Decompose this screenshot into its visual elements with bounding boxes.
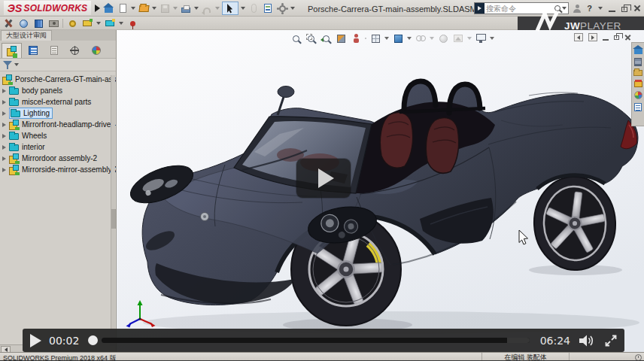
expand-arrow-icon[interactable]: [2, 156, 6, 161]
gear-icon: [279, 5, 286, 12]
custom-properties-icon[interactable]: [634, 103, 642, 111]
tab-configuration-manager[interactable]: [44, 43, 64, 58]
zoom-fit-button[interactable]: [290, 32, 302, 44]
options-dropdown[interactable]: [290, 7, 295, 10]
file-explorer-icon[interactable]: [633, 70, 642, 76]
options-button[interactable]: [276, 2, 288, 14]
print-dropdown[interactable]: [194, 7, 199, 10]
appearances-icon[interactable]: [634, 91, 642, 99]
undo-dropdown[interactable]: [215, 7, 220, 10]
save-dropdown[interactable]: [173, 7, 178, 10]
home-button[interactable]: [102, 2, 114, 14]
tab-feature-tree[interactable]: [2, 43, 22, 58]
play-overlay-button[interactable]: [296, 159, 351, 198]
insert-component-button[interactable]: [81, 17, 93, 29]
help-dropdown[interactable]: [598, 7, 603, 10]
tree-item-wheels[interactable]: Wheels: [0, 130, 116, 141]
view-orientation-button[interactable]: [369, 32, 381, 44]
magnifier-orb-button[interactable]: [17, 17, 29, 29]
scrollbar-thumb[interactable]: [111, 209, 116, 229]
pin-button[interactable]: [126, 17, 138, 29]
print-button[interactable]: [180, 2, 192, 14]
3d-viewport-canvas[interactable]: [117, 30, 644, 352]
annotation-views-button[interactable]: [350, 32, 362, 44]
display-style-dropdown[interactable]: [407, 37, 412, 40]
tab-dimxpert[interactable]: [65, 43, 85, 58]
undo-button[interactable]: [201, 2, 213, 14]
open-dropdown[interactable]: [152, 7, 156, 10]
progress-knob[interactable]: [88, 335, 98, 345]
jwplayer-w-icon: [536, 11, 561, 32]
heads-up-view-toolbar: [290, 32, 494, 44]
design-library-icon[interactable]: [634, 58, 642, 66]
hide-show-items-button[interactable]: [415, 32, 427, 44]
next-document-button[interactable]: [588, 33, 597, 41]
zoom-area-button[interactable]: [305, 32, 317, 44]
doc-minimize-button[interactable]: [603, 39, 609, 41]
tab-property-manager[interactable]: [23, 43, 43, 58]
fullscreen-button[interactable]: [605, 335, 617, 347]
menu-flyout-arrow-icon[interactable]: [95, 5, 100, 12]
solidworks-resources-icon[interactable]: [634, 49, 642, 54]
select-dropdown[interactable]: [241, 7, 245, 10]
settings-gear-button[interactable]: [66, 17, 78, 29]
search-scope-icon[interactable]: [475, 3, 485, 14]
expand-arrow-icon[interactable]: [2, 123, 6, 127]
section-view-button[interactable]: [335, 32, 347, 44]
search-dropdown[interactable]: [562, 7, 567, 10]
design-library-button[interactable]: [32, 17, 44, 29]
progress-rail[interactable]: [102, 338, 530, 343]
expand-arrow-icon[interactable]: [2, 168, 6, 172]
view-settings-dropdown[interactable]: [490, 37, 494, 40]
filter-dropdown[interactable]: [14, 63, 19, 66]
tab-large-design-review[interactable]: 大型设计审阅: [1, 30, 52, 41]
volume-button[interactable]: [579, 335, 596, 347]
edit-appearance-button[interactable]: [437, 32, 449, 44]
select-cursor-icon: [227, 4, 234, 14]
tools-button[interactable]: [2, 17, 14, 29]
filter-funnel-icon[interactable]: [3, 60, 12, 69]
previous-document-button[interactable]: [574, 33, 583, 41]
insert-component-dropdown[interactable]: [96, 22, 101, 25]
apply-scene-button[interactable]: [452, 32, 464, 44]
quick-tip-icon[interactable]: [635, 354, 642, 361]
hide-show-dropdown[interactable]: [430, 37, 434, 40]
tree-root-item[interactable]: Porsche-Carrera-GT-main-assembly: [0, 74, 116, 85]
tree-item-body-panels[interactable]: body panels: [0, 85, 116, 96]
report-button[interactable]: [262, 2, 274, 14]
expand-arrow-icon[interactable]: [2, 145, 6, 150]
snapshot-button[interactable]: [47, 17, 59, 29]
tree-item-lighting[interactable]: Lighting: [0, 108, 116, 119]
expand-arrow-icon[interactable]: [2, 100, 6, 105]
doc-close-button[interactable]: [624, 34, 631, 41]
play-button[interactable]: [30, 334, 41, 347]
doc-restore-button[interactable]: [614, 35, 619, 40]
expand-arrow-icon[interactable]: [2, 89, 6, 93]
tree-item-mirrordoor-assembly[interactable]: Mirrordoor assembly-2: [0, 153, 116, 164]
tree-item-miscel-external-parts[interactable]: miscel-external parts: [0, 96, 116, 108]
panel-scrollbar[interactable]: [111, 75, 115, 346]
attachments-button[interactable]: [248, 2, 260, 14]
display-style-button[interactable]: [392, 32, 404, 44]
view-settings-button[interactable]: [475, 32, 487, 44]
tab-display-manager[interactable]: [86, 43, 106, 58]
previous-view-button[interactable]: [320, 32, 332, 44]
previous-view-icon: [323, 35, 330, 42]
progress-bar[interactable]: [85, 335, 533, 346]
expand-arrow-icon[interactable]: [2, 134, 6, 138]
tree-item-mirrorfront-headlamp[interactable]: Mirrorfront-headlamp-driver-as: [0, 119, 116, 130]
open-button[interactable]: [138, 2, 150, 14]
view-orientation-dropdown[interactable]: [384, 37, 389, 40]
expand-arrow-icon[interactable]: [2, 111, 6, 116]
tree-item-interior[interactable]: interior: [0, 141, 116, 153]
hide-show-icon: [416, 35, 426, 41]
apply-scene-dropdown[interactable]: [467, 37, 472, 40]
save-button[interactable]: [159, 2, 171, 14]
open-part-dropdown[interactable]: [119, 22, 123, 25]
new-document-button[interactable]: [117, 2, 129, 14]
select-tool-button[interactable]: [222, 2, 238, 15]
tree-item-mirrorside-mirror-assembly[interactable]: Mirrorside-mirror-assembly-2: [0, 164, 116, 175]
view-palette-icon[interactable]: [634, 81, 642, 87]
new-document-dropdown[interactable]: [131, 7, 135, 10]
open-part-button[interactable]: [104, 17, 116, 29]
